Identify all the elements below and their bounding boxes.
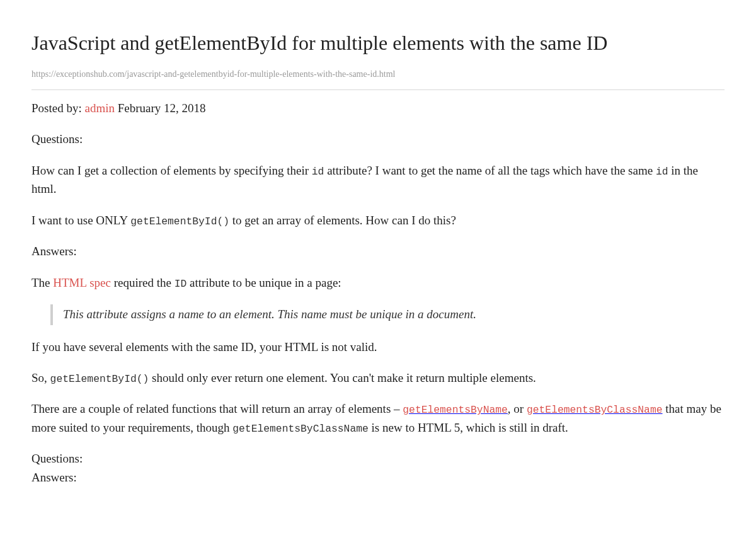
question-para-1: How can I get a collection of elements b…	[32, 161, 724, 198]
answers-heading: Answers:	[32, 242, 724, 260]
code-id-upper: ID	[175, 278, 187, 290]
answers-heading-2: Answers:	[32, 468, 724, 486]
questions-heading-2: Questions:	[32, 449, 724, 468]
questions-heading: Questions:	[32, 130, 724, 148]
code-id-1: id	[312, 166, 324, 178]
html-spec-link[interactable]: HTML spec	[53, 276, 111, 289]
source-url: https://exceptionshub.com/javascript-and…	[32, 69, 724, 90]
getelementsbyclassname-link[interactable]: getElementsByClassName	[527, 402, 663, 415]
page-title: JavaScript and getElementById for multip…	[32, 30, 724, 55]
question-para-2: I want to use ONLY getElementById() to g…	[32, 211, 724, 229]
post-date: February 12, 2018	[115, 101, 206, 115]
code-getelementsbyclassname: getElementsByClassName	[232, 423, 369, 435]
code-getelementbyid-1: getElementById()	[130, 216, 229, 227]
article-page: JavaScript and getElementById for multip…	[0, 0, 756, 524]
author-link[interactable]: admin	[84, 101, 115, 115]
answer-para-1: The HTML spec required the ID attribute …	[32, 273, 724, 292]
code-id-2: id	[656, 166, 668, 178]
answer-para-2: If you have several elements with the sa…	[32, 338, 724, 356]
getelementsbyname-link[interactable]: getElementsByName	[403, 402, 508, 415]
code-getelementbyid-2: getElementById()	[50, 373, 149, 385]
spec-quote: This attribute assigns a name to an elem…	[50, 304, 724, 325]
answer-para-4: There are a couple of related functions …	[32, 400, 724, 437]
post-meta: Posted by: admin February 12, 2018	[32, 99, 724, 117]
posted-by-label: Posted by:	[32, 101, 84, 115]
answer-para-3: So, getElementById() should only ever re…	[32, 369, 724, 387]
